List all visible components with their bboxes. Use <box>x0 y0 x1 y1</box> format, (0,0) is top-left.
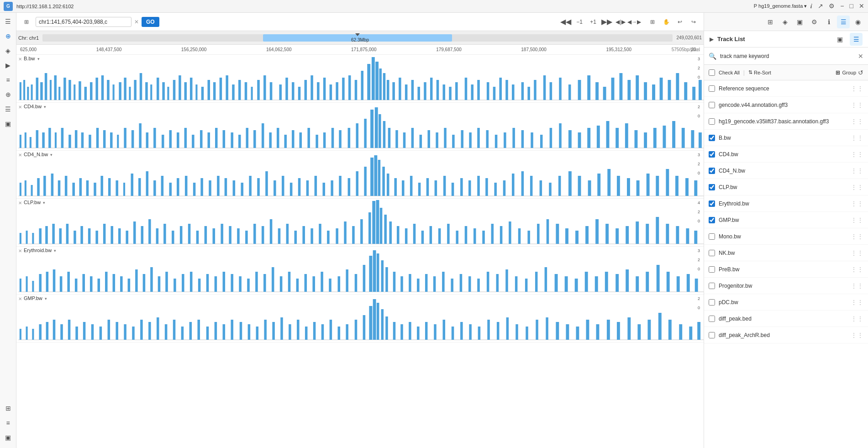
nav-zoom-out-icon[interactable]: ◀|▶ <box>614 16 627 28</box>
rp-icon-grid[interactable]: ⊞ <box>764 16 777 28</box>
sidebar-icon-list[interactable]: ☰ <box>1 102 15 116</box>
nav-plus1-icon[interactable]: +1 <box>587 16 600 28</box>
list-item[interactable]: Erythroid.bw ⋮⋮ <box>704 195 868 212</box>
track-close-cd4n-bw[interactable]: ✕ <box>18 153 22 158</box>
track-checkbox-nk-bw[interactable] <box>709 250 715 256</box>
track-checkbox-gmp-bw[interactable] <box>709 217 715 223</box>
track-close-b-bw[interactable]: ✕ <box>18 57 22 62</box>
genome-selector[interactable]: P hg19_genome.fasta ▾ <box>754 3 807 9</box>
track-checkbox-pdc-bw[interactable] <box>709 299 715 306</box>
sidebar-icon-play[interactable]: ▶ <box>1 58 15 72</box>
track-close-cd4-bw[interactable]: ✕ <box>18 105 22 110</box>
search-clear-icon[interactable]: ✕ <box>858 53 863 60</box>
nav-start-icon[interactable]: ◀◀ <box>559 16 572 28</box>
track-checkbox-diff-peak-archr[interactable] <box>709 332 715 338</box>
track-close-erythroid-bw[interactable]: ✕ <box>18 248 22 253</box>
track-checkbox-preb-bw[interactable] <box>709 266 715 273</box>
nav-zoom-in-icon[interactable]: ◀→▶ <box>628 16 641 28</box>
drag-handle-icon[interactable]: ⋮⋮ <box>851 118 863 125</box>
nav-end-icon[interactable]: ▶▶ <box>600 16 613 28</box>
sidebar-icon-bookmark[interactable]: ◈ <box>1 44 15 58</box>
sidebar-icon-menu[interactable]: ☰ <box>1 15 15 28</box>
sidebar-icon-bottom1[interactable]: ⊞ <box>1 401 15 415</box>
sidebar-icon-search[interactable]: ⊕ <box>1 29 15 43</box>
list-item[interactable]: Mono.bw ⋮⋮ <box>704 228 868 245</box>
drag-handle-icon[interactable]: ⋮⋮ <box>851 266 863 273</box>
check-all-checkbox[interactable] <box>709 69 715 76</box>
list-item[interactable]: Reference sequence ⋮⋮ <box>704 80 868 97</box>
nav-hand-icon[interactable]: ✋ <box>660 16 673 28</box>
nav-minus1-icon[interactable]: −1 <box>573 16 586 28</box>
rp-icon-tracklist[interactable]: ☰ <box>837 16 850 28</box>
track-name-b-bw[interactable]: B.bw ▾ <box>24 56 40 61</box>
location-input[interactable] <box>36 17 132 27</box>
nav-filter-icon[interactable]: ⊞ <box>646 16 659 28</box>
settings-icon[interactable]: ⚙ <box>829 2 835 10</box>
drag-handle-icon[interactable]: ⋮⋮ <box>851 134 863 142</box>
drag-handle-icon[interactable]: ⋮⋮ <box>851 299 863 306</box>
drag-handle-icon[interactable]: ⋮⋮ <box>851 101 863 109</box>
drag-handle-icon[interactable]: ⋮⋮ <box>851 216 863 224</box>
rp-icon-toggle-panel[interactable]: ▣ <box>833 33 846 46</box>
sidebar-icon-layers[interactable]: ≡ <box>1 73 15 87</box>
sidebar-icon-bottom2[interactable]: ≡ <box>1 416 15 430</box>
list-item[interactable]: CLP.bw ⋮⋮ <box>704 179 868 195</box>
track-checkbox-progenitor-bw[interactable] <box>709 283 715 289</box>
rp-icon-square[interactable]: ▣ <box>793 16 806 28</box>
nav-undo-icon[interactable]: ↩ <box>673 16 686 28</box>
drag-handle-icon[interactable]: ⋮⋮ <box>851 332 863 339</box>
sidebar-icon-add[interactable]: ⊕ <box>1 88 15 101</box>
re-sort-button[interactable]: ⇅ Re-Sort <box>748 69 771 75</box>
app-logo[interactable]: G <box>4 2 13 11</box>
location-clear-icon[interactable]: ✕ <box>134 19 139 25</box>
list-item[interactable]: CD4.bw ⋮⋮ <box>704 146 868 163</box>
track-name-gmp-bw[interactable]: GMP.bw ▾ <box>24 295 47 301</box>
track-checkbox-gencode-v44[interactable] <box>709 102 715 108</box>
list-item[interactable]: diff_peak_ArchR.bed ⋮⋮ <box>704 327 868 343</box>
share-icon[interactable]: ↗ <box>818 2 823 10</box>
track-checkbox-hg19-gencode[interactable] <box>709 118 715 125</box>
list-item[interactable]: CD4_N.bw ⋮⋮ <box>704 163 868 179</box>
list-item[interactable]: PreB.bw ⋮⋮ <box>704 261 868 278</box>
go-button[interactable]: GO <box>142 17 159 27</box>
track-checkbox-clp-bw[interactable] <box>709 184 715 190</box>
list-item[interactable]: NK.bw ⋮⋮ <box>704 245 868 261</box>
track-close-gmp-bw[interactable]: ✕ <box>18 296 22 301</box>
refresh-icon[interactable]: ↺ <box>858 69 863 76</box>
drag-handle-icon[interactable]: ⋮⋮ <box>851 167 863 174</box>
list-item[interactable]: pDC.bw ⋮⋮ <box>704 294 868 311</box>
track-checkbox-ref-seq[interactable] <box>709 85 715 92</box>
track-name-cd4-bw[interactable]: CD4.bw ▾ <box>24 104 46 109</box>
list-item[interactable]: B.bw ⋮⋮ <box>704 130 868 146</box>
track-checkbox-mono-bw[interactable] <box>709 233 715 240</box>
rp-icon-settings[interactable]: ⚙ <box>808 16 821 28</box>
rp-icon-diamond[interactable]: ◈ <box>779 16 791 28</box>
sidebar-icon-grid[interactable]: ▣ <box>1 117 15 131</box>
search-input[interactable] <box>720 53 854 59</box>
nav-redo-icon[interactable]: ↪ <box>687 16 700 28</box>
track-name-erythroid-bw[interactable]: Erythroid.bw ▾ <box>24 248 56 253</box>
rp-icon-chart[interactable]: ◉ <box>852 16 864 28</box>
list-item[interactable]: gencode.v44.annotation.gff3 ⋮⋮ <box>704 97 868 113</box>
track-checkbox-diff-peak-bed[interactable] <box>709 316 715 322</box>
check-all-label[interactable]: Check All <box>719 70 740 75</box>
track-checkbox-erythroid-bw[interactable] <box>709 200 715 207</box>
sidebar-icon-bottom3[interactable]: ▣ <box>1 431 15 444</box>
drag-handle-icon[interactable]: ⋮⋮ <box>851 233 863 240</box>
rp-icon-menu[interactable]: ☰ <box>850 33 863 46</box>
tracks-area[interactable]: ✕ B.bw ▾ 320 <box>16 55 704 448</box>
drag-handle-icon[interactable]: ⋮⋮ <box>851 249 863 257</box>
list-item[interactable]: Progenitor.bw ⋮⋮ <box>704 278 868 294</box>
track-list-chevron[interactable]: ▶ <box>710 36 714 42</box>
list-item[interactable]: GMP.bw ⋮⋮ <box>704 212 868 228</box>
track-checkbox-cd4n-bw[interactable] <box>709 168 715 174</box>
maximize-icon[interactable]: □ <box>850 2 853 10</box>
track-checkbox-b-bw[interactable] <box>709 135 715 141</box>
minimize-icon[interactable]: − <box>840 2 844 10</box>
drag-handle-icon[interactable]: ⋮⋮ <box>851 315 863 322</box>
rp-icon-info[interactable]: ℹ <box>822 16 835 28</box>
list-item[interactable]: hg19_gencode.v35lift37.basic.annotation.… <box>704 113 868 130</box>
drag-handle-icon[interactable]: ⋮⋮ <box>851 184 863 191</box>
group-button[interactable]: Group <box>842 70 856 75</box>
track-name-cd4n-bw[interactable]: CD4_N.bw ▾ <box>24 152 53 157</box>
